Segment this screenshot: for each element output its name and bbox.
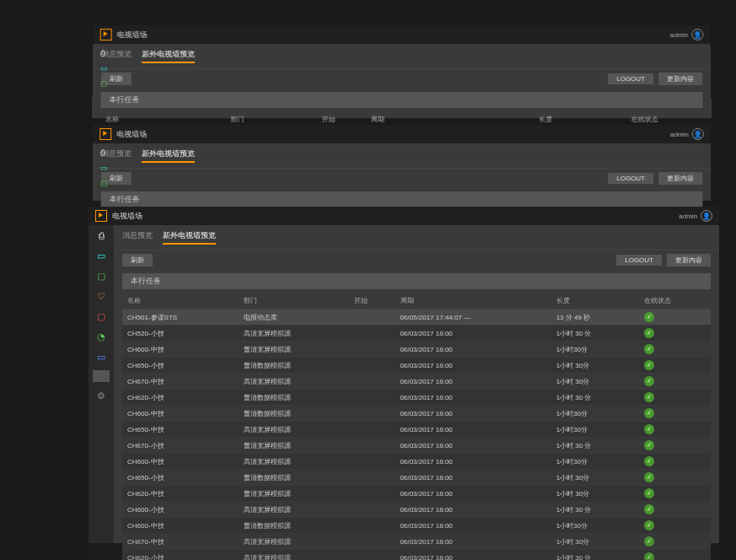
section-label: 本行任务: [100, 92, 702, 108]
tabs-2: 消息预览 新外电视墙预览: [93, 143, 711, 169]
monitor-icon[interactable]: ▢: [100, 79, 110, 89]
col-name[interactable]: 名称: [122, 293, 239, 310]
gear-icon[interactable]: ⚙: [94, 389, 108, 402]
check-icon: ✓: [644, 376, 654, 386]
col-dur[interactable]: 长度: [551, 293, 639, 310]
panel-3: 电视墙场 admin 👤 消息预览 新外电视墙预览 刷新 LOGOUT 更新内容…: [89, 207, 719, 543]
screen-icon[interactable]: ▭: [100, 64, 110, 74]
heart-icon[interactable]: ♡: [94, 289, 108, 303]
user-area[interactable]: admin 👤: [670, 128, 704, 140]
check-icon: ✓: [644, 440, 654, 450]
logo-icon: [100, 29, 112, 40]
table-row[interactable]: CH600-中技 普清宽屏模拟源 06/03/2017 18:00 1小时30分…: [122, 342, 711, 358]
check-icon: ✓: [644, 312, 654, 322]
section-label: 本行任务: [101, 191, 703, 207]
table-row[interactable]: CH501-参谋STS 电报动态库 06/05/2017 17:44:07 — …: [122, 310, 711, 326]
refresh-button[interactable]: 刷新: [122, 254, 153, 267]
table-row[interactable]: CH600-中技 高清宽屏模拟源 06/03/2017 18:00 1小时30分…: [122, 454, 711, 470]
sidebar-mini-1: ⎙ ▭ ▢: [96, 46, 115, 113]
check-icon: ✓: [644, 344, 654, 354]
print-icon[interactable]: ⎙: [94, 229, 108, 242]
app-title: 电视墙场: [112, 211, 142, 222]
header-1: 电视墙场 admin 👤: [94, 25, 711, 44]
check-icon: ✓: [644, 472, 654, 482]
check-icon: ✓: [644, 488, 654, 498]
section-label: 本行任务: [122, 273, 711, 289]
header-3: 电视墙场 admin 👤: [89, 207, 719, 225]
monitor-icon[interactable]: ▢: [100, 179, 110, 189]
table-row[interactable]: CH600-中技 普清数据模拟源 06/03/2017 18:00 1小时30分…: [122, 406, 711, 422]
avatar-icon: 👤: [701, 210, 712, 222]
border-icon[interactable]: [93, 370, 110, 382]
chart-icon[interactable]: ◔: [94, 330, 108, 343]
check-icon: ✓: [644, 392, 654, 402]
app-title: 电视墙场: [117, 30, 148, 40]
print-icon[interactable]: ⎙: [100, 49, 110, 59]
tab-wall[interactable]: 新外电视墙预览: [163, 230, 216, 245]
table-row[interactable]: CH650-中技 高清宽屏模拟源 06/03/2017 18:00 1小时30分…: [122, 422, 711, 438]
check-icon: ✓: [644, 360, 654, 370]
avatar-icon: 👤: [692, 128, 704, 140]
check-icon: ✓: [644, 456, 654, 466]
col-period[interactable]: 周期: [395, 293, 551, 310]
table-row[interactable]: CH650-小技 普清数据模拟源 06/03/2017 18:00 1小时 30…: [122, 358, 711, 374]
print-icon[interactable]: ⎙: [100, 148, 110, 159]
logo-icon: [95, 210, 107, 222]
tabs-1: 消息预览 新外电视墙预览: [93, 44, 711, 69]
sidebar-mini-2: ⎙ ▭ ▢: [96, 145, 115, 196]
panel-2: 电视墙场 admin 👤 消息预览 新外电视墙预览 刷新 LOGOUT 更新内容…: [93, 125, 712, 201]
check-icon: ✓: [644, 408, 654, 418]
table-row[interactable]: CH600-小技 高清宽屏模拟源 06/03/2017 18:00 1小时 30…: [122, 502, 711, 518]
tab-wall[interactable]: 新外电视墙预览: [142, 148, 195, 163]
monitor-icon[interactable]: ▢: [94, 269, 108, 283]
user-area[interactable]: admin 👤: [679, 210, 712, 222]
toolbar-1: 刷新 LOGOUT 更新内容: [93, 69, 712, 89]
folder-icon[interactable]: ▭: [94, 350, 108, 363]
update-button[interactable]: 更新内容: [658, 73, 702, 85]
tab-preview[interactable]: 消息预览: [122, 230, 153, 245]
logout-button[interactable]: LOGOUT: [608, 173, 653, 184]
square-icon[interactable]: ▢: [94, 310, 108, 323]
screen-icon[interactable]: ▭: [100, 164, 110, 174]
username: admin: [670, 31, 689, 39]
update-button[interactable]: 更新内容: [667, 254, 711, 267]
col-dept[interactable]: 部门: [239, 293, 350, 310]
user-area[interactable]: admin 👤: [669, 29, 703, 40]
table-row[interactable]: CH670-小技 普清宽屏模拟源 06/03/2017 18:00 1小时 30…: [122, 438, 711, 454]
col-start[interactable]: 开始: [349, 293, 395, 310]
check-icon: ✓: [644, 328, 654, 338]
check-icon: ✓: [644, 504, 654, 514]
logout-button[interactable]: LOGOUT: [616, 255, 662, 266]
avatar-icon: 👤: [691, 29, 703, 40]
table-row[interactable]: CH620-小技 普清数据模拟源 06/03/2017 18:00 1小时 30…: [122, 390, 711, 406]
tabs-3: 消息预览 新外电视墙预览: [114, 225, 719, 250]
update-button[interactable]: 更新内容: [658, 172, 702, 185]
table-row[interactable]: CH650-小技 普清数据模拟源 06/03/2017 18:00 1小时 30…: [122, 470, 711, 486]
table-row[interactable]: CH520-小技 高清宽屏模拟源 06/03/2017 18:00 1小时 30…: [122, 326, 711, 342]
table-row[interactable]: CH620-中技 普清宽屏模拟源 06/03/2017 18:00 1小时 30…: [122, 486, 711, 502]
sidebar: ⎙ ▭ ▢ ♡ ▢ ◔ ▭ ⚙: [89, 225, 114, 543]
check-icon: ✓: [644, 424, 654, 434]
tab-wall[interactable]: 新外电视墙预览: [142, 49, 195, 63]
header-2: 电视墙场 admin 👤: [93, 125, 711, 143]
screen-icon[interactable]: ▭: [94, 249, 108, 262]
reflection: [89, 518, 719, 560]
logout-button[interactable]: LOGOUT: [608, 73, 653, 84]
logo-icon: [99, 128, 111, 140]
table-row[interactable]: CH670-中技 高清宽屏模拟源 06/03/2017 18:00 1小时 30…: [122, 374, 711, 390]
app-title: 电视墙场: [116, 129, 147, 140]
col-status[interactable]: 在线状态: [639, 293, 711, 310]
panel-1: 电视墙场 admin 👤 消息预览 新外电视墙预览 刷新 LOGOUT 更新内容…: [92, 25, 712, 118]
